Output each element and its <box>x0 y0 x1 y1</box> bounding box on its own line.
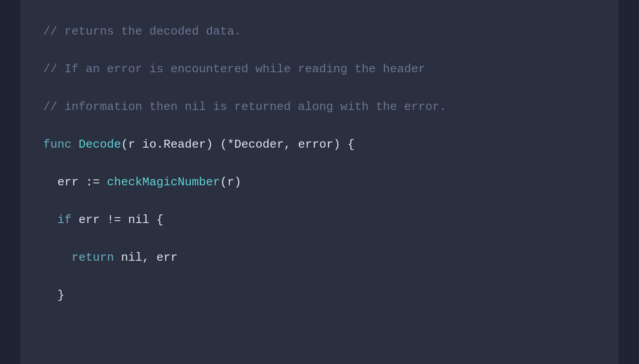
line-if-stmt: if err != nil { <box>43 210 596 229</box>
keyword-return-nil: return <box>72 251 114 264</box>
keyword-func: func <box>43 138 72 151</box>
line-blank-3 <box>43 324 596 342</box>
code-editor: package api // Decode reads the header i… <box>21 0 618 364</box>
line-comment-1: // Decode reads the header information a… <box>43 0 596 3</box>
keyword-if: if <box>57 213 72 227</box>
line-comment-3: // If an error is encountered while read… <box>43 60 596 79</box>
line-close-if: } <box>43 286 596 305</box>
line-comment-4: // information then nil is returned alon… <box>43 97 596 116</box>
line-comment-2: // returns the decoded data. <box>43 22 596 41</box>
func-name-decode: Decode <box>79 138 121 151</box>
code-content: package api // Decode reads the header i… <box>43 0 596 364</box>
line-err-assign: err := checkMagicNumber(r) <box>43 173 596 192</box>
func-name-checkmagic: checkMagicNumber <box>107 176 220 189</box>
line-blank-4 <box>43 361 596 364</box>
line-return-nil: return nil, err <box>43 248 596 267</box>
line-func-decl: func Decode(r io.Reader) (*Decoder, erro… <box>43 135 596 154</box>
